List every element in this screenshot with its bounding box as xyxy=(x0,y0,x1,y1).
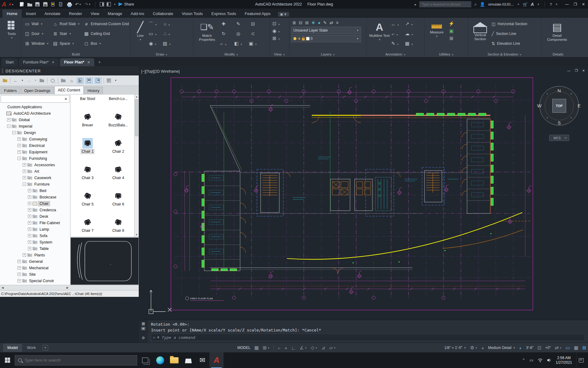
tree-item-custom-applications[interactable]: Custom Applications xyxy=(0,104,70,110)
ribbon-tab-collaborate[interactable]: Collaborate xyxy=(149,10,178,18)
layer-state-dropdown[interactable]: Unsaved Layer State▼ xyxy=(291,27,361,34)
arc-button[interactable]: ⌒ ▼ xyxy=(148,21,157,27)
taskbar-search[interactable] xyxy=(15,355,137,366)
search-collapse-icon[interactable]: ▸ xyxy=(415,3,416,6)
help-icon[interactable]: ? xyxy=(550,2,552,7)
tree-item-site[interactable]: +Site xyxy=(0,271,70,278)
new-document-tab-icon[interactable]: ＋ xyxy=(97,59,102,65)
clear-filter-icon[interactable]: ✕ xyxy=(64,97,67,101)
document-tab-furniture-plan[interactable]: Furniture Plan*✕ xyxy=(19,58,59,66)
zoom-extents-button[interactable]: ⊠ ▼ xyxy=(272,36,281,41)
ribbon-tab-insert[interactable]: Insert xyxy=(22,10,40,18)
rectangle-button[interactable]: ▭ ▼ xyxy=(148,31,157,36)
command-input[interactable]: ▭ ▼ Type a command xyxy=(151,334,585,341)
content-item-buzzibala[interactable]: BuzziBala... xyxy=(104,112,133,128)
tree-item-art[interactable]: +Art xyxy=(0,168,70,174)
content-item-chair-3[interactable]: Chair 3 xyxy=(73,164,102,180)
revision-cloud-button[interactable]: ☁ ▼ xyxy=(405,31,414,36)
section-line-button[interactable]: ╱Section Line xyxy=(492,29,527,39)
tree-item-system[interactable]: +System xyxy=(0,239,70,245)
tree-item-lamp[interactable]: +Lamp xyxy=(0,226,70,232)
qat-open-mobile-icon[interactable] xyxy=(59,2,64,6)
close-button[interactable]: ✕ xyxy=(582,2,585,6)
volume-icon[interactable] xyxy=(547,358,552,362)
display-configuration-control[interactable]: Medium Detail▼ xyxy=(488,346,515,350)
content-item-chair-2[interactable]: Chair 2 xyxy=(104,138,133,154)
work-layout-tab[interactable]: Work xyxy=(23,344,40,352)
tools-button[interactable]: Tools▼ xyxy=(2,20,21,50)
tree-item-conveying[interactable]: +Conveying xyxy=(0,136,70,142)
expand-toggle-icon[interactable]: + xyxy=(23,253,26,257)
network-icon[interactable] xyxy=(538,358,543,362)
tree-item-chair[interactable]: +Chair xyxy=(0,200,70,207)
horizontal-section-button[interactable]: ◫Horizontal Section xyxy=(492,19,527,29)
ceiling-grid-button[interactable]: ▦Ceiling Grid xyxy=(82,31,130,36)
layer-freeze-icon[interactable]: ❄ xyxy=(311,20,315,25)
line-button[interactable]: ╱ Line▼ xyxy=(132,19,148,50)
customization-icon[interactable]: ▦ xyxy=(574,345,578,351)
autodesk-logo-icon[interactable]: A xyxy=(531,1,534,7)
expand-toggle-icon[interactable]: + xyxy=(17,273,21,276)
tree-item-global[interactable]: +Global xyxy=(0,117,70,123)
tree-item-autocad-architecture[interactable]: AutoCAD Architecture xyxy=(0,110,70,117)
cut-plane-height-control[interactable]: 3'-6" xyxy=(526,346,533,350)
panel-label-draw[interactable]: Draw ▼ xyxy=(130,52,193,56)
expand-toggle-icon[interactable]: + xyxy=(17,266,21,270)
tree-horizontal-scrollbar[interactable]: ◀▶ xyxy=(0,285,139,290)
expand-toggle-icon[interactable]: + xyxy=(28,195,31,199)
signed-in-user[interactable]: simulate.02JI1... xyxy=(488,2,514,6)
views-icon[interactable] xyxy=(106,78,112,84)
snap-mode-toggle[interactable]: ⊞▼ xyxy=(263,345,270,351)
back-icon[interactable]: ← xyxy=(13,78,19,84)
preview-toggle-icon[interactable] xyxy=(86,78,92,84)
measure-button[interactable]: Measure▼ xyxy=(427,19,447,50)
app-store-icon[interactable]: 🛒 xyxy=(523,2,528,7)
expand-toggle-icon[interactable]: − xyxy=(7,125,10,128)
content-item-bench-lo[interactable]: Bench-Lo... xyxy=(104,94,133,101)
content-item-chair-7[interactable]: Chair 7 xyxy=(73,217,102,233)
close-command-icon[interactable]: ✕ xyxy=(141,327,145,330)
enhanced-custom-grid-button[interactable]: #Enhanced Custom Grid xyxy=(82,21,130,27)
clean-screen-icon[interactable]: ⊠ xyxy=(582,345,586,351)
ribbon-tab-featured-apps[interactable]: Featured Apps xyxy=(240,10,275,18)
panel-label-annotation[interactable]: Annotation ▼ xyxy=(367,52,424,56)
designcenter-tab-open-drawings[interactable]: Open Drawings xyxy=(21,87,54,94)
action-center-button[interactable] xyxy=(576,352,586,368)
drawing-canvas[interactable]: FIRST FLOOR PLAN N W E S xyxy=(139,66,588,343)
circle-button[interactable]: ○ ▼ xyxy=(162,21,172,27)
close-tab-icon[interactable]: ✕ xyxy=(52,60,55,64)
expand-toggle-icon[interactable]: + xyxy=(17,137,21,141)
qat-redo-icon[interactable]: ↷▼ xyxy=(85,2,91,6)
start-button[interactable] xyxy=(0,352,15,368)
roof-slab-button[interactable]: ⌂Roof Slab ▼ xyxy=(51,21,81,27)
ribbon-tab-render[interactable]: Render xyxy=(65,10,86,18)
box-button[interactable]: ◻Box ▼ xyxy=(82,41,130,46)
content-item-breuer[interactable]: Breuer xyxy=(73,112,102,128)
quick-select-button[interactable]: ⚡ xyxy=(447,21,456,26)
expand-toggle-icon[interactable]: + xyxy=(28,228,31,231)
layer-isolate-icon[interactable]: ⊞ xyxy=(305,20,309,25)
edit-polyline-button[interactable]: ⊂ xyxy=(248,31,258,36)
vertical-section-button[interactable]: Vertical Section xyxy=(470,19,490,50)
expand-toggle-icon[interactable]: − xyxy=(17,157,21,160)
cut-plane-icon[interactable]: ◐ xyxy=(519,345,522,351)
model-space-label[interactable]: MODEL xyxy=(237,346,251,350)
expand-toggle-icon[interactable]: + xyxy=(17,260,21,263)
expand-toggle-icon[interactable]: + xyxy=(17,279,21,282)
ribbon-tab-manage[interactable]: Manage xyxy=(104,10,126,18)
panel-label-section-elevation[interactable]: Section & Elevation ▼ xyxy=(468,52,541,56)
space-button[interactable]: ▤Space ▼ xyxy=(51,41,81,46)
content-item-chair-5[interactable]: Chair 5 xyxy=(73,191,102,207)
grid-display-toggle[interactable]: ▦ xyxy=(254,345,259,351)
leader-button[interactable]: ↗ ▼ xyxy=(405,21,414,27)
tree-item-imperial[interactable]: −Imperial xyxy=(0,123,70,129)
taskbar-app-autocad[interactable]: A xyxy=(209,352,224,368)
monitor-tray-icon[interactable]: ▭ xyxy=(530,358,533,362)
panel-label-modify[interactable]: Modify ▼ xyxy=(193,52,270,56)
tree-filter-input[interactable]: ✕ xyxy=(1,95,70,103)
qat-open-from-web-icon[interactable] xyxy=(51,2,56,6)
copy-button[interactable]: ▣ ▼ xyxy=(248,41,258,46)
expand-toggle-icon[interactable]: + xyxy=(23,163,26,167)
annotation-scale-control[interactable]: 1/8" = 1'-0"▼ xyxy=(444,346,466,350)
content-item-chair-1[interactable]: Chair 1 xyxy=(73,138,102,154)
